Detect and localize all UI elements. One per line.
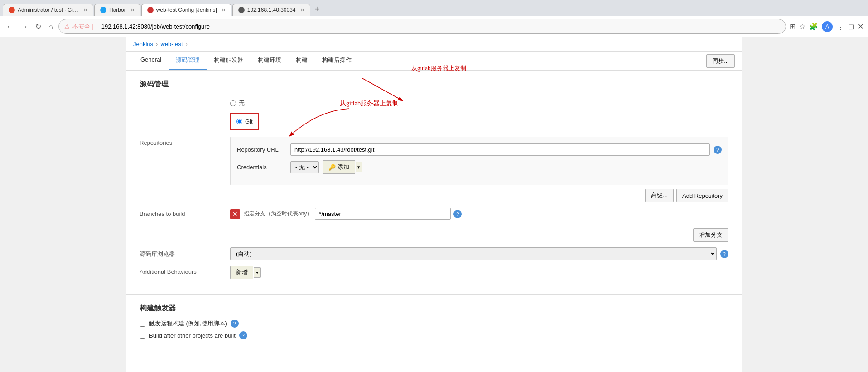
tab-build-trigger[interactable]: 构建触发器 xyxy=(207,52,251,70)
config-tabs: General 源码管理 构建触发器 构建环境 构建 构建后操作 xyxy=(126,52,742,70)
add-branch-area: 增加分支 xyxy=(230,224,728,242)
add-credentials-label: 添加 xyxy=(338,163,349,171)
breadcrumb-sep-1: › xyxy=(156,41,158,48)
radio-git-label[interactable]: Git xyxy=(236,115,253,128)
add-branch-button[interactable]: 增加分支 xyxy=(693,228,728,242)
home-button[interactable]: ⌂ xyxy=(47,22,55,32)
bookmark-icon[interactable]: ☆ xyxy=(799,22,805,31)
trigger-option-other: Build after other projects are built ? xyxy=(140,331,728,339)
advanced-button[interactable]: 高级... xyxy=(645,189,674,202)
tab-scm[interactable]: 源码管理 xyxy=(169,52,207,70)
tab-post-build[interactable]: 构建后操作 xyxy=(315,52,359,70)
tab-harbor[interactable]: Harbor ✕ xyxy=(94,4,140,16)
source-browser-select[interactable]: (自动) xyxy=(230,247,717,260)
trigger-other-checkbox[interactable] xyxy=(140,333,145,339)
tab-bar: Administrator / test · GitLab ✕ Harbor ✕… xyxy=(0,0,868,16)
repositories-row: Repositories Repository URL ? Credential… xyxy=(140,137,728,202)
forward-button[interactable]: → xyxy=(19,22,30,32)
scm-title: 源码管理 xyxy=(140,80,728,89)
repo-url-input[interactable] xyxy=(290,143,710,156)
additional-behaviours-control: 新增 ▾ xyxy=(230,266,728,279)
tab-title-jenkins: web-test Config [Jenkins] xyxy=(156,7,217,13)
repositories-label: Repositories xyxy=(140,137,230,146)
tab-jenkins[interactable]: web-test Config [Jenkins] ✕ xyxy=(141,4,231,16)
trigger-section: 构建触发器 触发远程构建 (例如,使用脚本) ? Build after oth… xyxy=(126,294,742,352)
trigger-option-remote: 触发远程构建 (例如,使用脚本) ? xyxy=(140,320,728,328)
branch-input[interactable] xyxy=(315,208,451,220)
tab-build[interactable]: 构建 xyxy=(289,52,315,70)
credentials-field: Credentials - 无 - 🔑 添加 ▾ xyxy=(237,160,722,174)
reload-button[interactable]: ↻ xyxy=(34,21,43,32)
user-avatar[interactable]: A xyxy=(822,21,833,32)
additional-behaviours-label: Additional Behaviours xyxy=(140,266,230,275)
source-browser-label: 源码库浏览器 xyxy=(140,247,230,258)
browser-chrome: Administrator / test · GitLab ✕ Harbor ✕… xyxy=(0,0,868,37)
tab-gitlab[interactable]: Administrator / test · GitLab ✕ xyxy=(3,4,93,16)
sync-button[interactable]: 同步... xyxy=(706,54,735,68)
radio-git[interactable] xyxy=(236,119,242,124)
branches-row: Branches to build ✕ 指定分支（为空时代表any） ? 增加分… xyxy=(140,208,728,242)
credentials-select[interactable]: - 无 - xyxy=(290,161,319,173)
translate-icon[interactable]: ⊞ xyxy=(790,22,796,31)
address-input[interactable] xyxy=(96,21,780,32)
repo-actions: 高级... Add Repository xyxy=(230,189,728,202)
trigger-remote-checkbox[interactable] xyxy=(140,321,145,327)
tab-close-harbor[interactable]: ✕ xyxy=(130,7,135,13)
main-wrapper: Jenkins › web-test › General 源码管理 构建触发器 … xyxy=(126,37,742,372)
tab-close-ip[interactable]: ✕ xyxy=(300,7,304,13)
branches-control: ✕ 指定分支（为空时代表any） ? 增加分支 xyxy=(230,208,728,242)
menu-icon[interactable]: ⋮ xyxy=(836,22,844,32)
add-credentials-caret[interactable]: ▾ xyxy=(356,162,362,172)
trigger-remote-label: 触发远程构建 (例如,使用脚本) xyxy=(149,320,227,328)
scm-git-row: Git xyxy=(140,113,728,130)
breadcrumb-webtest[interactable]: web-test xyxy=(160,41,183,48)
new-behaviour-caret[interactable]: ▾ xyxy=(254,267,261,278)
tab-build-env[interactable]: 构建环境 xyxy=(251,52,289,70)
tab-title-harbor: Harbor xyxy=(109,7,126,13)
repo-url-help[interactable]: ? xyxy=(714,146,722,154)
new-behaviour-button[interactable]: 新增 xyxy=(230,266,253,279)
tab-close-jenkins[interactable]: ✕ xyxy=(222,7,226,13)
tab-close-gitlab[interactable]: ✕ xyxy=(83,7,87,13)
security-warning-text: 不安全 | xyxy=(72,23,93,31)
add-credentials-button[interactable]: 🔑 添加 xyxy=(323,160,355,174)
radio-none[interactable] xyxy=(230,100,236,106)
tab-ip[interactable]: 192.168.1.40:30034 ✕ xyxy=(232,4,310,16)
trigger-other-label: Build after other projects are built xyxy=(149,332,236,339)
trigger-other-help[interactable]: ? xyxy=(239,331,247,339)
tab-general[interactable]: General xyxy=(133,52,169,70)
tab-icon-ip xyxy=(238,7,245,13)
tab-title-gitlab: Administrator / test · GitLab xyxy=(18,7,79,13)
tab-icon-jenkins xyxy=(147,7,154,13)
credentials-label: Credentials xyxy=(237,164,287,171)
browser-icons: ⊞ ☆ 🧩 A ⋮ ◻ ✕ xyxy=(790,21,863,32)
scm-section: 源码管理 无 Git xyxy=(126,71,742,294)
restore-icon[interactable]: ◻ xyxy=(848,22,854,31)
additional-behaviours-row: Additional Behaviours 新增 ▾ xyxy=(140,266,728,279)
new-tab-button[interactable]: + xyxy=(311,3,323,16)
extension-icon[interactable]: 🧩 xyxy=(809,22,818,31)
repo-box: Repository URL ? Credentials - 无 - xyxy=(230,137,728,185)
branch-help[interactable]: ? xyxy=(453,210,462,218)
breadcrumb-jenkins[interactable]: Jenkins xyxy=(133,41,153,48)
radio-none-text: 无 xyxy=(239,99,245,107)
repo-url-label: Repository URL xyxy=(237,146,287,153)
add-repository-button[interactable]: Add Repository xyxy=(676,189,728,202)
source-browser-help[interactable]: ? xyxy=(720,250,728,258)
branches-label: Branches to build xyxy=(140,208,230,217)
new-behaviour-wrap: 新增 ▾ xyxy=(230,266,728,279)
radio-none-label[interactable]: 无 xyxy=(230,96,245,110)
branch-hint: 指定分支（为空时代表any） xyxy=(244,210,312,218)
close-window-icon[interactable]: ✕ xyxy=(858,22,863,31)
branch-row: ✕ 指定分支（为空时代表any） ? xyxy=(230,208,728,220)
tab-icon-gitlab xyxy=(9,7,15,13)
breadcrumb-sep-2: › xyxy=(186,41,188,48)
trigger-remote-help[interactable]: ? xyxy=(231,320,239,328)
branch-input-area: 指定分支（为空时代表any） ? xyxy=(244,208,728,220)
source-browser-control: (自动) ? xyxy=(230,247,728,260)
source-browser-row: 源码库浏览器 (自动) ? xyxy=(140,247,728,260)
repositories-control: Repository URL ? Credentials - 无 - xyxy=(230,137,728,202)
back-button[interactable]: ← xyxy=(5,22,15,32)
radio-git-text: Git xyxy=(245,118,253,125)
delete-branch-button[interactable]: ✕ xyxy=(230,209,240,219)
